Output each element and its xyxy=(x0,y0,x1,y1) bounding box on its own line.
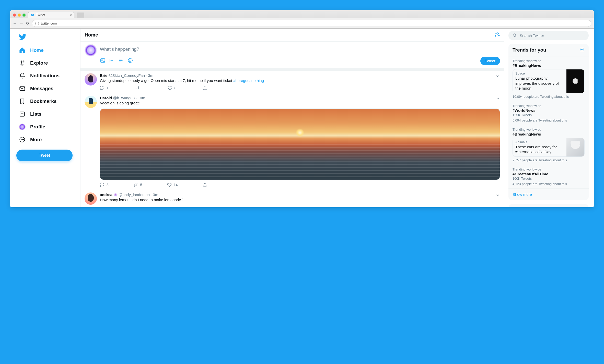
retweet-button[interactable]: 5 xyxy=(133,183,142,187)
share-button[interactable] xyxy=(203,183,207,187)
trend-item[interactable]: Trending worldwide #BreakingNews Animals… xyxy=(508,125,589,165)
trend-context: Trending worldwide xyxy=(513,128,585,131)
tweet-avatar[interactable] xyxy=(85,73,97,86)
window-controls xyxy=(13,14,26,17)
news-category: Animals xyxy=(515,140,561,144)
compose-tweet-button[interactable]: Tweet xyxy=(480,57,500,65)
follow-heading: Who to follow xyxy=(513,207,544,208)
forward-button[interactable]: → xyxy=(19,21,24,26)
reply-button[interactable]: 3 xyxy=(100,183,109,187)
reload-button[interactable]: ⟳ xyxy=(26,21,29,26)
address-bar[interactable]: i twitter.com xyxy=(32,20,591,27)
svg-point-13 xyxy=(513,34,516,37)
new-tab-button[interactable] xyxy=(77,13,84,18)
tweet-author-handle[interactable]: @h_wang88 xyxy=(113,96,135,100)
envelope-icon xyxy=(19,85,26,92)
back-button[interactable]: ← xyxy=(13,21,17,26)
trend-item[interactable]: Trending worldwide #GreatestOfAllTime 10… xyxy=(508,165,589,189)
tweet-menu-icon[interactable] xyxy=(495,74,500,79)
tweet-time[interactable]: 3m xyxy=(148,73,153,78)
sidebar-item-lists[interactable]: Lists xyxy=(16,108,78,120)
sidebar-item-label: Bookmarks xyxy=(30,99,57,104)
page-title: Home xyxy=(85,32,98,38)
list-icon xyxy=(19,111,26,117)
reply-button[interactable]: 1 xyxy=(100,86,109,90)
tweet-author-handle[interactable]: @andy_landerson xyxy=(119,192,150,197)
tweet[interactable]: Harold @h_wang88 · 10m Vacation is going… xyxy=(80,93,504,190)
sidebar-item-home[interactable]: Home xyxy=(16,44,78,57)
like-button[interactable]: 8 xyxy=(168,86,176,90)
svg-point-3 xyxy=(21,139,21,140)
search-input[interactable]: Search Twitter xyxy=(508,31,589,40)
trend-meta: 5,094 people are Tweeting about this xyxy=(513,118,585,122)
share-button[interactable] xyxy=(203,86,207,90)
gif-icon[interactable]: GIF xyxy=(109,58,115,64)
tweet-menu-icon[interactable] xyxy=(495,193,500,199)
sidebar-tweet-button[interactable]: Tweet xyxy=(16,150,73,161)
tweet-menu-icon[interactable] xyxy=(495,96,500,102)
hashtag-link[interactable]: #heregoesnothing xyxy=(233,78,264,83)
sidebar-item-label: Messages xyxy=(30,86,53,91)
tweet-author-name[interactable]: andrea xyxy=(100,192,112,197)
main-column: Home What's happening? GIF xyxy=(80,29,504,207)
trend-item[interactable]: Trending worldwide #BreakingNews Space L… xyxy=(508,56,589,101)
close-tab-icon[interactable]: × xyxy=(70,13,72,17)
sidebar: Home Explore Notifications Messages Book… xyxy=(10,29,80,207)
tweet-author-name[interactable]: Harold xyxy=(100,96,112,100)
tweet-header: Harold @h_wang88 · 10m xyxy=(100,96,500,100)
browser-tab[interactable]: Twitter × xyxy=(28,12,74,18)
sidebar-item-label: More xyxy=(30,137,42,142)
search-placeholder: Search Twitter xyxy=(520,33,544,38)
compose-input[interactable]: What's happening? xyxy=(100,44,500,57)
tweet-author-handle[interactable]: @Sktch_ComedyFan xyxy=(108,73,145,78)
tweet-time[interactable]: 3m xyxy=(153,192,158,197)
trends-card: Trends for you Trending worldwide #Break… xyxy=(508,44,589,200)
tweet[interactable]: Brie @Sktch_ComedyFan · 3m Giving standu… xyxy=(80,71,504,93)
like-button[interactable]: 14 xyxy=(167,183,178,187)
tweet-time[interactable]: 10m xyxy=(138,96,145,100)
maximize-window-button[interactable] xyxy=(22,14,26,17)
tweet-avatar[interactable] xyxy=(85,96,97,108)
sidebar-item-bookmarks[interactable]: Bookmarks xyxy=(16,95,78,108)
trend-hashtag: #BreakingNews xyxy=(513,63,585,68)
news-title: Lunar photography improves the discovery… xyxy=(515,76,561,91)
show-more-link[interactable]: Show more xyxy=(508,189,589,200)
news-thumbnail xyxy=(566,138,584,156)
tweet-text: Giving standup comedy a go. Open mic sta… xyxy=(100,78,500,83)
trend-item[interactable]: Trending worldwide #WorldNews 125K Tweet… xyxy=(508,101,589,125)
settings-icon[interactable] xyxy=(579,47,585,53)
retweet-button[interactable] xyxy=(135,86,142,90)
svg-point-4 xyxy=(22,139,22,140)
trend-meta: 4,123 people are Tweeting about this xyxy=(513,182,585,186)
tweet[interactable]: andrea 🌸 @andy_landerson · 3m How many l… xyxy=(80,190,504,208)
compose-avatar[interactable] xyxy=(85,44,97,56)
sidebar-item-profile[interactable]: Profile xyxy=(16,120,78,133)
sidebar-item-explore[interactable]: Explore xyxy=(16,57,78,69)
twitter-icon xyxy=(31,13,34,17)
sidebar-item-more[interactable]: More xyxy=(16,133,78,146)
tweet-avatar[interactable] xyxy=(85,192,97,205)
sidebar-item-label: Home xyxy=(30,47,44,53)
image-icon[interactable] xyxy=(100,58,106,64)
hashtag-icon xyxy=(19,60,26,66)
emoji-icon[interactable] xyxy=(127,58,133,64)
bell-icon xyxy=(19,72,26,79)
trend-count: 100K Tweets xyxy=(513,177,585,180)
sidebar-item-label: Explore xyxy=(30,60,48,66)
site-info-icon[interactable]: i xyxy=(35,22,39,25)
trend-context: Trending worldwide xyxy=(513,59,585,63)
trend-news-card[interactable]: Space Lunar photography improves the dis… xyxy=(513,69,585,93)
tab-title: Twitter xyxy=(36,13,45,17)
sidebar-item-messages[interactable]: Messages xyxy=(16,82,78,95)
sidebar-item-notifications[interactable]: Notifications xyxy=(16,69,78,82)
poll-icon[interactable] xyxy=(118,58,124,64)
trend-news-card[interactable]: Animals These cats are ready for #Intern… xyxy=(513,138,585,157)
sidebar-item-label: Lists xyxy=(30,111,41,117)
tweet-image[interactable] xyxy=(100,108,500,180)
twitter-logo[interactable] xyxy=(16,31,78,44)
trend-count: 125K Tweets xyxy=(513,113,585,117)
minimize-window-button[interactable] xyxy=(18,14,21,17)
top-tweets-icon[interactable] xyxy=(494,32,500,38)
close-window-button[interactable] xyxy=(13,14,16,17)
tweet-author-name[interactable]: Brie xyxy=(100,73,107,78)
